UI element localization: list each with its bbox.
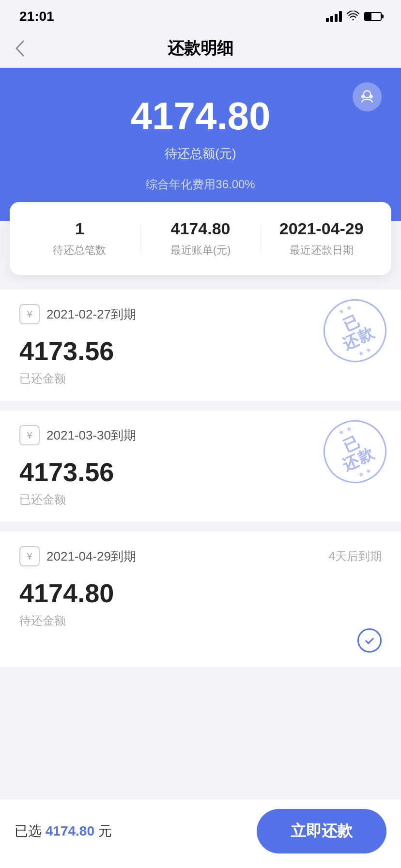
repayment-amount-label: 已还金额 xyxy=(19,371,382,386)
page-title: 还款明细 xyxy=(168,37,233,60)
customer-service-button[interactable] xyxy=(353,82,382,111)
wifi-icon xyxy=(347,11,359,23)
amount-label: 待还总额(元) xyxy=(19,145,382,162)
due-date: 2021-04-29到期 xyxy=(46,548,136,565)
item-header: ¥ 2021-04-29到期 4天后到期 xyxy=(19,546,382,566)
repayment-list: ¥ 2021-02-27到期 4173.56 已还金额 ★ ★ ★ ★ 已还款 … xyxy=(0,289,401,667)
selected-label: 已选 xyxy=(15,823,42,838)
recent-bill-value: 4174.80 xyxy=(140,219,261,238)
paid-stamp: ★ ★ ★ ★ 已还款 xyxy=(324,299,386,362)
status-time: 21:01 xyxy=(19,9,54,24)
summary-item-date: 2021-04-29 最近还款日期 xyxy=(261,219,382,258)
svg-point-0 xyxy=(352,19,354,20)
recent-date-label: 最近还款日期 xyxy=(261,243,382,258)
repayment-item: ¥ 2021-02-27到期 4173.56 已还金额 ★ ★ ★ ★ 已还款 xyxy=(0,289,401,401)
recent-bill-label: 最近账单(元) xyxy=(140,243,261,258)
receipt-icon: ¥ xyxy=(19,546,40,566)
pending-count-label: 待还总笔数 xyxy=(19,243,140,258)
repayment-amount-label: 已还金额 xyxy=(19,492,382,507)
status-icons xyxy=(326,11,382,23)
item-date-row: ¥ 2021-03-30到期 xyxy=(19,425,136,445)
back-button[interactable] xyxy=(15,39,25,58)
paid-stamp: ★ ★ ★ ★ 已还款 xyxy=(324,420,386,483)
summary-item-recent: 4174.80 最近账单(元) xyxy=(140,219,261,258)
selected-unit: 元 xyxy=(98,823,112,838)
repayment-amount: 4174.80 xyxy=(19,578,382,608)
selected-amount-value: 4174.80 xyxy=(46,823,94,838)
annual-rate: 综合年化费用36.00% xyxy=(19,177,382,192)
blue-header: 4174.80 待还总额(元) 综合年化费用36.00% xyxy=(0,68,401,221)
receipt-icon: ¥ xyxy=(19,425,40,445)
receipt-icon: ¥ xyxy=(19,304,40,324)
summary-card: 1 待还总笔数 4174.80 最近账单(元) 2021-04-29 最近还款日… xyxy=(10,202,391,275)
battery-icon xyxy=(364,12,382,21)
main-amount: 4174.80 xyxy=(19,97,382,136)
item-date-row: ¥ 2021-02-27到期 xyxy=(19,304,136,324)
status-bar: 21:01 xyxy=(0,0,401,29)
selected-check xyxy=(357,628,382,653)
pay-now-button[interactable]: 立即还款 xyxy=(257,809,386,853)
selected-amount-text: 已选 4174.80 元 xyxy=(15,822,257,840)
summary-item-count: 1 待还总笔数 xyxy=(19,219,140,258)
repayment-item: ¥ 2021-03-30到期 4173.56 已还金额 ★ ★ ★ ★ 已还款 xyxy=(0,411,401,522)
repayment-amount-label: 待还金额 xyxy=(19,613,382,628)
due-date: 2021-02-27到期 xyxy=(46,306,136,323)
recent-date-value: 2021-04-29 xyxy=(261,219,382,238)
days-remaining: 4天后到期 xyxy=(329,548,382,564)
due-date: 2021-03-30到期 xyxy=(46,427,136,444)
item-date-row: ¥ 2021-04-29到期 xyxy=(19,546,136,566)
signal-icon xyxy=(326,11,342,22)
nav-bar: 还款明细 xyxy=(0,29,401,68)
repayment-item: ¥ 2021-04-29到期 4天后到期 4174.80 待还金额 xyxy=(0,532,401,667)
bottom-bar: 已选 4174.80 元 立即还款 xyxy=(0,799,401,868)
pending-count-value: 1 xyxy=(19,219,140,238)
